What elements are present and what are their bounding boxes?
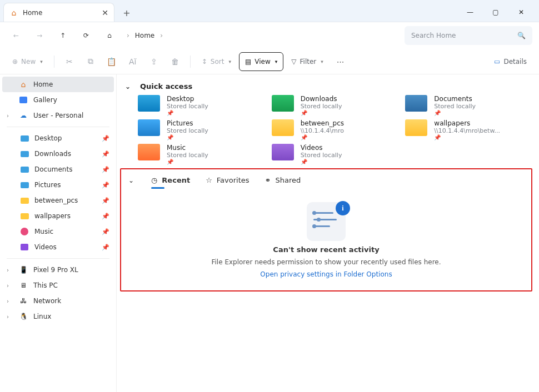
filter-button[interactable]: ▽ Filter ▾ (286, 52, 328, 71)
folder-icon (20, 212, 29, 220)
pin-icon: 📌 (102, 213, 109, 220)
rename-button[interactable]: Aĭ (123, 52, 142, 71)
folder-icon (138, 95, 160, 112)
window-controls: — ▢ ✕ (462, 8, 539, 22)
up-button[interactable]: ↑ (53, 26, 72, 45)
sidebar-item-videos[interactable]: Videos📌 (2, 239, 114, 255)
tab-shared[interactable]: ⚭Shared (265, 176, 301, 184)
close-window-button[interactable]: ✕ (513, 8, 529, 16)
quick-access-subtitle: \\10.1.4.4\mro\betw... (434, 127, 500, 134)
main-pane: ⌄ Quick access DesktopStored locally📌Dow… (117, 74, 539, 392)
pin-icon: 📌 (301, 159, 342, 165)
quick-access-title: Videos (301, 144, 342, 152)
sidebar-item-label: Documents (34, 165, 72, 173)
quick-access-header[interactable]: ⌄ Quick access (120, 80, 532, 95)
forward-button[interactable]: → (30, 26, 49, 45)
sidebar-item-label: Pictures (34, 181, 61, 189)
sidebar-item-music[interactable]: Music📌 (2, 224, 114, 239)
quick-access-title: Pictures (167, 119, 208, 127)
breadcrumb-item[interactable]: Home (135, 32, 154, 39)
pin-icon: 📌 (301, 134, 344, 140)
sidebar-item-linux[interactable]: ›Linux (2, 309, 114, 324)
sidebar-item-between-pcs[interactable]: between_pcs📌 (2, 193, 114, 208)
chevron-right-icon[interactable]: › (7, 283, 13, 289)
tab-title: Home (23, 9, 42, 17)
sidebar-item-wallpapers[interactable]: wallpapers📌 (2, 208, 114, 224)
sidebar-item-this-pc[interactable]: ›This PC (2, 278, 114, 293)
folder-icon (138, 119, 160, 136)
chevron-right-icon[interactable]: › (7, 314, 13, 320)
clock-icon: ◷ (151, 176, 157, 184)
copy-button[interactable]: ⧉ (81, 52, 100, 71)
chevron-right-icon[interactable]: › (7, 267, 13, 273)
quick-access-subtitle: Stored locally (167, 103, 208, 110)
sidebar-item-pixel-9-pro-xl[interactable]: ›Pixel 9 Pro XL (2, 262, 114, 278)
filter-icon: ▽ (291, 58, 296, 66)
quick-access-item-downloads[interactable]: DownloadsStored locally📌 (272, 95, 399, 116)
view-button[interactable]: ▤ View ▾ (239, 52, 283, 71)
quick-access-subtitle: Stored locally (167, 152, 208, 159)
sidebar-item-label: Music (34, 228, 53, 235)
paste-button[interactable]: 📋 (102, 52, 121, 71)
share-button[interactable]: ⇪ (144, 52, 163, 71)
sidebar-item-label: Desktop (34, 134, 62, 142)
back-button[interactable]: ← (7, 26, 26, 45)
sidebar-item-home[interactable]: Home (2, 77, 114, 92)
sidebar-item-gallery[interactable]: Gallery (2, 92, 114, 108)
quick-access-item-desktop[interactable]: DesktopStored locally📌 (138, 95, 265, 116)
pin-icon: 📌 (167, 134, 208, 140)
quick-access-title: between_pcs (301, 119, 344, 127)
quick-access-item-pictures[interactable]: PicturesStored locally📌 (138, 119, 265, 140)
sidebar-item-user-personal[interactable]: ›User - Personal (2, 108, 114, 123)
chevron-right-icon[interactable]: › (7, 113, 13, 119)
people-icon: ⚭ (265, 176, 271, 184)
sidebar-item-pictures[interactable]: Pictures📌 (2, 177, 114, 193)
quick-access-item-music[interactable]: MusicStored locally📌 (138, 144, 265, 165)
quick-access-title: Quick access (140, 82, 192, 91)
quick-access-item-wallpapers[interactable]: wallpapers\\10.1.4.4\mro\betw...📌 (405, 119, 532, 140)
home-nav-icon[interactable]: ⌂ (100, 26, 119, 45)
quick-access-subtitle: Stored locally (434, 103, 476, 110)
sidebar-item-desktop[interactable]: Desktop📌 (2, 130, 114, 146)
search-input[interactable]: Search Home 🔍 (405, 26, 532, 45)
chevron-right-icon[interactable]: › (7, 298, 13, 304)
quick-access-item-documents[interactable]: DocumentsStored locally📌 (405, 95, 532, 116)
new-button[interactable]: ⊕ New ▾ (7, 52, 48, 71)
sidebar-item-label: Network (33, 297, 61, 305)
music-icon (20, 227, 29, 236)
sidebar-item-documents[interactable]: Documents📌 (2, 162, 114, 177)
tab-recent[interactable]: ◷Recent (151, 176, 190, 184)
quick-access-item-videos[interactable]: VideosStored locally📌 (272, 144, 399, 165)
plus-icon: ⊕ (12, 58, 18, 66)
quick-access-subtitle: Stored locally (301, 152, 342, 159)
sidebar-item-network[interactable]: ›Network (2, 293, 114, 309)
refresh-button[interactable]: ⟳ (77, 26, 96, 45)
recent-section-highlight: ⌄ ◷Recent☆Favorites⚭Shared i Can't show … (120, 168, 532, 292)
sidebar-item-label: Home (33, 81, 53, 88)
breadcrumb[interactable]: › Home › (123, 32, 166, 39)
open-privacy-settings-link[interactable]: Open privacy settings in Folder Options (260, 270, 392, 278)
folder-icon (20, 180, 29, 189)
home-icon (19, 80, 28, 89)
tab-home[interactable]: Home ✕ (3, 3, 114, 22)
details-button[interactable]: ▭ Details (488, 52, 532, 71)
pin-icon: 📌 (102, 135, 109, 142)
recent-empty-state: i Can't show recent activity File Explor… (123, 202, 529, 278)
sidebar-item-label: Linux (33, 313, 51, 320)
quick-access-item-between-pcs[interactable]: between_pcs\\10.1.4.4\mro📌 (272, 119, 399, 140)
quick-access-title: Desktop (167, 95, 208, 103)
chevron-down-icon[interactable]: ⌄ (127, 177, 136, 184)
close-tab-icon[interactable]: ✕ (102, 8, 108, 17)
more-button[interactable]: ⋯ (331, 52, 350, 71)
tab-favorites[interactable]: ☆Favorites (206, 176, 249, 184)
new-tab-button[interactable]: + (118, 4, 136, 22)
video-icon (20, 243, 29, 252)
sidebar-item-label: between_pcs (34, 197, 78, 204)
minimize-button[interactable]: — (462, 8, 478, 16)
cut-button[interactable]: ✂ (60, 52, 79, 71)
sidebar-item-downloads[interactable]: Downloads📌 (2, 146, 114, 162)
maximize-button[interactable]: ▢ (488, 8, 503, 16)
sort-button[interactable]: ↕ Sort ▾ (196, 52, 237, 71)
delete-button[interactable]: 🗑 (166, 52, 184, 71)
chevron-down-icon[interactable]: ⌄ (123, 83, 132, 91)
